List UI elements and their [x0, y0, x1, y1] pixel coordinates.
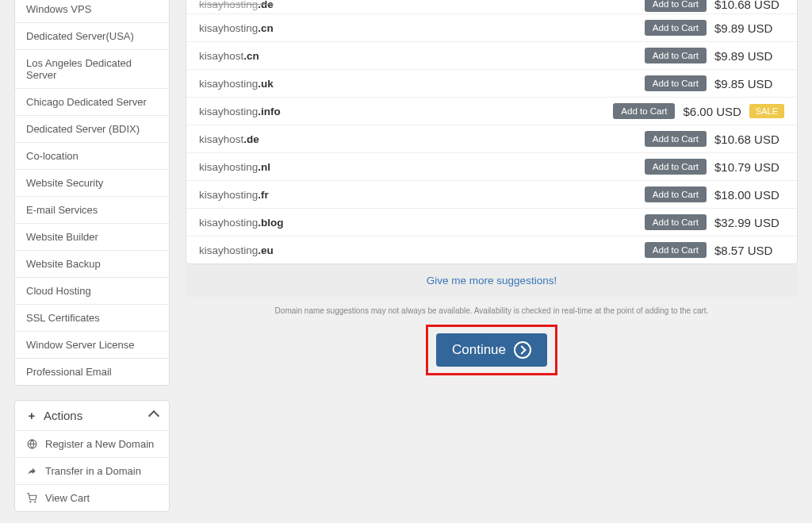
continue-highlight: Continue	[426, 325, 557, 375]
domain-price: $8.57 USD	[714, 244, 784, 257]
domain-price: $6.00 USD	[683, 105, 741, 118]
domain-row: kisayhost.deAdd to Cart$10.68 USD	[186, 125, 797, 153]
sidebar-category-item[interactable]: Professional Email	[15, 359, 169, 385]
actions-title: Actions	[44, 409, 82, 422]
domain-price: $9.89 USD	[714, 21, 784, 35]
globe-icon	[26, 439, 37, 450]
svg-point-2	[35, 502, 36, 502]
add-to-cart-button[interactable]: Add to Cart	[645, 20, 707, 36]
domain-price: $32.99 USD	[714, 216, 784, 229]
domain-price: $10.68 USD	[714, 133, 784, 146]
continue-button[interactable]: Continue	[436, 333, 547, 367]
add-to-cart-button[interactable]: Add to Cart	[645, 75, 707, 91]
add-to-cart-button[interactable]: Add to Cart	[645, 214, 707, 230]
domain-row: kisayhosting.ukAdd to Cart$9.85 USD	[186, 70, 797, 98]
domain-row: kisayhosting.euAdd to Cart$8.57 USD	[186, 237, 797, 263]
domain-name: kisayhosting.cn	[199, 22, 637, 34]
add-to-cart-button[interactable]: Add to Cart	[645, 187, 707, 202]
domain-name: kisayhosting.info	[199, 106, 605, 117]
domain-price: $9.85 USD	[714, 77, 784, 90]
add-to-cart-button[interactable]: Add to Cart	[645, 131, 707, 147]
domain-name: kisayhosting.uk	[199, 78, 637, 90]
domain-price: $18.00 USD	[714, 188, 784, 202]
domain-name: kisayhosting.blog	[199, 217, 637, 229]
sidebar-category-item[interactable]: SSL Certificates	[15, 305, 169, 332]
add-to-cart-button[interactable]: Add to Cart	[645, 242, 707, 258]
sale-badge: SALE	[749, 104, 784, 118]
more-suggestions[interactable]: Give me more suggestions!	[186, 264, 798, 297]
sidebar-category-item[interactable]: Chicago Dedicated Server	[15, 89, 169, 116]
sidebar-category-item[interactable]: Windows VPS	[15, 0, 169, 23]
sidebar-category-item[interactable]: Website Backup	[15, 251, 169, 278]
actions-header[interactable]: + Actions	[15, 401, 169, 431]
domain-name: kisayhosting.fr	[199, 189, 637, 201]
domain-row: kisayhosting.frAdd to Cart$18.00 USD	[186, 181, 797, 209]
sidebar-category-item[interactable]: Dedicated Server(USA)	[15, 23, 169, 50]
add-to-cart-button[interactable]: Add to Cart	[645, 159, 707, 175]
action-item[interactable]: Transfer in a Domain	[15, 458, 169, 485]
arrow-right-circle-icon	[514, 341, 531, 359]
cart-icon	[26, 493, 37, 504]
continue-label: Continue	[452, 342, 506, 358]
add-to-cart-button[interactable]: Add to Cart	[613, 103, 675, 119]
domain-row: kisayhosting.cnAdd to Cart$9.89 USD	[186, 14, 797, 42]
domain-name: kisayhosting.eu	[199, 244, 637, 256]
add-to-cart-button[interactable]: Add to Cart	[645, 0, 707, 12]
plus-icon: +	[26, 410, 37, 421]
action-item[interactable]: Register a New Domain	[15, 431, 169, 458]
domain-price: $10.79 USD	[714, 160, 784, 174]
disclaimer-text: Domain name suggestions may not always b…	[186, 297, 798, 320]
sidebar-category-item[interactable]: Website Security	[15, 170, 169, 197]
sidebar-category-item[interactable]: Co-location	[15, 143, 169, 170]
sidebar-category-item[interactable]: Dedicated Server (BDIX)	[15, 116, 169, 143]
sidebar-category-item[interactable]: Cloud Hosting	[15, 278, 169, 305]
domain-price: $10.68 USD	[714, 0, 784, 11]
domain-name: kisayhost.de	[199, 133, 637, 145]
sidebar-category-item[interactable]: E-mail Services	[15, 197, 169, 224]
action-item[interactable]: View Cart	[15, 485, 169, 511]
domain-name: kisayhosting.nl	[199, 161, 637, 173]
domain-name: kisayhost.cn	[199, 50, 637, 62]
svg-point-1	[30, 502, 31, 502]
sidebar-category-item[interactable]: Los Angeles Dedicated Server	[15, 50, 169, 89]
domain-row: kisayhosting.infoAdd to Cart$6.00 USDSAL…	[186, 98, 797, 125]
action-label: Register a New Domain	[45, 438, 154, 450]
domain-row: kisayhosting.nlAdd to Cart$10.79 USD	[186, 153, 797, 181]
domain-row: kisayhosting.blogAdd to Cart$32.99 USD	[186, 209, 797, 237]
domain-price: $9.89 USD	[714, 49, 784, 63]
action-label: View Cart	[45, 492, 90, 504]
chevron-up-icon	[148, 410, 159, 421]
share-icon	[26, 466, 37, 477]
domain-row: kisayhost.cnAdd to Cart$9.89 USD	[186, 42, 797, 70]
add-to-cart-button[interactable]: Add to Cart	[645, 48, 707, 63]
domain-name: kisayhosting.de	[199, 0, 637, 10]
domain-row: kisayhosting.deAdd to Cart$10.68 USD	[186, 0, 797, 14]
sidebar-category-item[interactable]: Window Server License	[15, 332, 169, 359]
action-label: Transfer in a Domain	[45, 465, 141, 477]
sidebar-category-item[interactable]: Website Builder	[15, 224, 169, 251]
